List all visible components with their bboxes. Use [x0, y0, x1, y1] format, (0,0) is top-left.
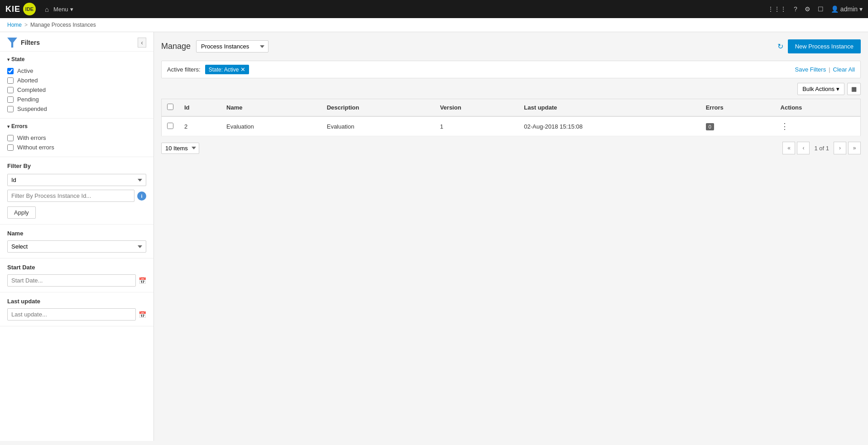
question-icon[interactable]: ?	[794, 5, 797, 13]
filter-info-icon: i	[137, 191, 146, 201]
last-update-calendar-icon[interactable]: 📅	[139, 311, 146, 318]
filter-funnel-icon	[7, 38, 17, 48]
row-checkbox[interactable]	[167, 123, 173, 129]
th-version: Version	[435, 99, 519, 117]
completed-checkbox[interactable]	[7, 87, 14, 93]
sidebar-title: Filters	[21, 39, 40, 46]
start-date-calendar-icon[interactable]: 📅	[139, 277, 146, 284]
errors-section-title[interactable]: ▾ Errors	[7, 123, 146, 129]
start-date-input[interactable]	[7, 274, 136, 287]
td-checkbox	[162, 116, 179, 136]
filter-by-input[interactable]	[7, 190, 134, 202]
pagination-row: 10 Items 20 Items 50 Items « ‹ 1 of 1 › …	[161, 142, 861, 154]
errors-filter-section: ▾ Errors With errors Without errors	[0, 119, 153, 157]
breadcrumb-current: Manage Process Instances	[30, 22, 96, 28]
home-icon[interactable]: ⌂	[45, 5, 49, 13]
table-row: 2 Evaluation Evaluation 1 02-Aug-2018 15…	[162, 116, 861, 136]
pagination-last-button[interactable]: »	[848, 142, 861, 154]
filter-option-completed: Completed	[7, 85, 146, 95]
pagination-next-button[interactable]: ›	[834, 142, 846, 154]
items-per-page-dropdown[interactable]: 10 Items 20 Items 50 Items	[161, 143, 199, 154]
filter-option-aborted: Aborted	[7, 76, 146, 85]
filter-by-select[interactable]: Id Name Start Date Last Update	[7, 174, 146, 186]
breadcrumb-home[interactable]: Home	[7, 22, 22, 28]
top-navigation: KIE IDE ⌂ Menu ▾ ⋮⋮⋮ ? ⚙ ☐ 👤 admin ▾	[0, 0, 868, 18]
new-process-instance-button[interactable]: New Process Instance	[788, 39, 861, 53]
refresh-button[interactable]: ↻	[777, 42, 783, 51]
clear-all-link[interactable]: Clear All	[833, 66, 855, 73]
sidebar-header: Filters ‹	[0, 32, 153, 52]
manage-header: Manage Process Instances ↻ New Process I…	[161, 39, 861, 53]
last-update-section: Last update 📅	[0, 292, 153, 326]
name-section: Name Select	[0, 225, 153, 258]
error-badge: 0	[706, 123, 714, 130]
td-actions: ⋮	[775, 116, 861, 136]
filter-option-pending: Pending	[7, 95, 146, 104]
th-description: Description	[321, 99, 435, 117]
name-title: Name	[7, 230, 146, 237]
last-update-title: Last update	[7, 298, 146, 305]
td-id: 2	[179, 116, 221, 136]
table-toolbar: Bulk Actions ▾ ▦	[161, 83, 861, 95]
user-menu[interactable]: 👤 admin ▾	[831, 5, 863, 13]
page-info: 1 of 1	[811, 145, 832, 152]
th-id: Id	[179, 99, 221, 117]
td-last-update: 02-Aug-2018 15:15:08	[518, 116, 700, 136]
suspended-checkbox[interactable]	[7, 106, 14, 112]
start-date-title: Start Date	[7, 264, 146, 271]
td-version: 1	[435, 116, 519, 136]
th-name: Name	[221, 99, 321, 117]
manage-title: Manage	[161, 42, 191, 51]
pagination-first-button[interactable]: «	[782, 142, 795, 154]
active-checkbox[interactable]	[7, 68, 14, 74]
kie-logo: KIE IDE	[5, 3, 36, 15]
pagination-prev-button[interactable]: ‹	[797, 142, 810, 154]
nav-right: ⋮⋮⋮ ? ⚙ ☐ 👤 admin ▾	[767, 5, 863, 13]
pending-checkbox[interactable]	[7, 96, 14, 103]
columns-button[interactable]: ▦	[847, 83, 861, 95]
kie-text: KIE	[5, 5, 20, 14]
th-errors: Errors	[700, 99, 775, 117]
filter-by-section: Filter By Id Name Start Date Last Update…	[0, 157, 153, 225]
user-icon: 👤	[831, 5, 839, 13]
state-filter-section: ▾ State Active Aborted Completed Pending	[0, 52, 153, 119]
box-icon[interactable]: ☐	[818, 5, 824, 13]
without-errors-checkbox[interactable]	[7, 144, 14, 151]
th-last-update: Last update	[518, 99, 700, 117]
th-select-all	[162, 99, 179, 117]
aborted-checkbox[interactable]	[7, 77, 14, 84]
td-errors: 0	[700, 116, 775, 136]
menu-button[interactable]: Menu ▾	[53, 6, 73, 13]
last-update-input[interactable]	[7, 308, 136, 321]
bulk-actions-button[interactable]: Bulk Actions ▾	[797, 83, 844, 95]
save-filters-link[interactable]: Save Filters	[795, 66, 826, 73]
td-description: Evaluation	[321, 116, 435, 136]
ide-badge: IDE	[23, 3, 36, 15]
th-actions: Actions	[775, 99, 861, 117]
td-name: Evaluation	[221, 116, 321, 136]
breadcrumb: Home > Manage Process Instances	[0, 18, 868, 32]
select-all-checkbox[interactable]	[167, 104, 173, 110]
manage-dropdown[interactable]: Process Instances	[196, 40, 269, 53]
start-date-section: Start Date 📅	[0, 258, 153, 292]
row-actions-button[interactable]: ⋮	[781, 122, 789, 131]
filters-bar: Active filters: State: Active ✕ Save Fil…	[161, 61, 861, 78]
filter-tag-close-icon[interactable]: ✕	[240, 66, 245, 73]
active-filter-tag: State: Active ✕	[205, 65, 249, 74]
main-content: Manage Process Instances ↻ New Process I…	[154, 32, 868, 441]
filter-option-with-errors: With errors	[7, 133, 146, 143]
apply-button[interactable]: Apply	[7, 206, 36, 219]
filters-label: Active filters:	[167, 66, 201, 73]
table-header-row: Id Name Description Version Last update …	[162, 99, 861, 117]
filter-by-title: Filter By	[7, 163, 146, 169]
sidebar-collapse-button[interactable]: ‹	[138, 38, 146, 48]
process-instances-table: Id Name Description Version Last update …	[161, 99, 861, 136]
filter-option-without-errors: Without errors	[7, 143, 146, 152]
name-select[interactable]: Select	[7, 240, 146, 253]
with-errors-checkbox[interactable]	[7, 135, 14, 141]
sidebar: Filters ‹ ▾ State Active Aborted Complet…	[0, 32, 154, 441]
gear-icon[interactable]: ⚙	[805, 5, 810, 13]
grid-icon[interactable]: ⋮⋮⋮	[767, 5, 786, 13]
state-section-title[interactable]: ▾ State	[7, 56, 146, 62]
filter-option-suspended: Suspended	[7, 104, 146, 114]
